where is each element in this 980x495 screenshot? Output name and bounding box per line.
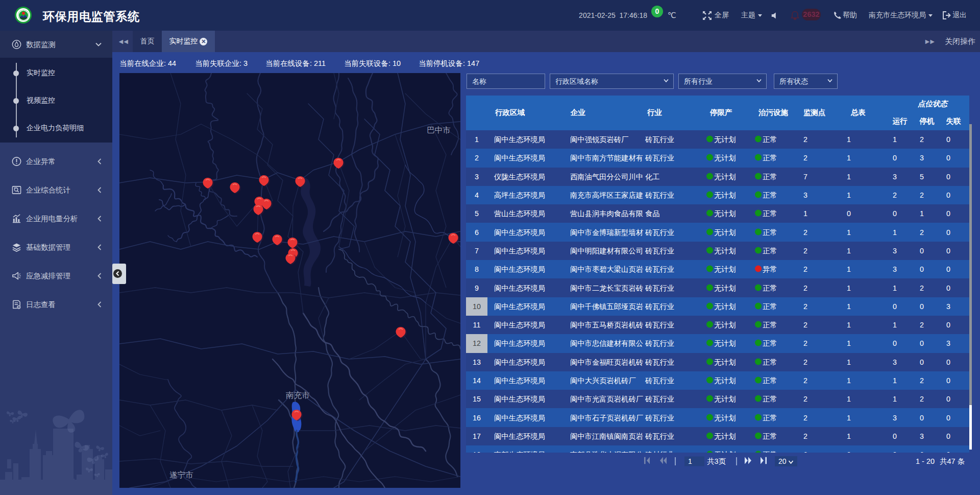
- svg-text:巴中市: 巴中市: [427, 126, 451, 134]
- svg-text:南充市: 南充市: [286, 391, 310, 399]
- svg-text:遂宁市: 遂宁市: [169, 470, 193, 479]
